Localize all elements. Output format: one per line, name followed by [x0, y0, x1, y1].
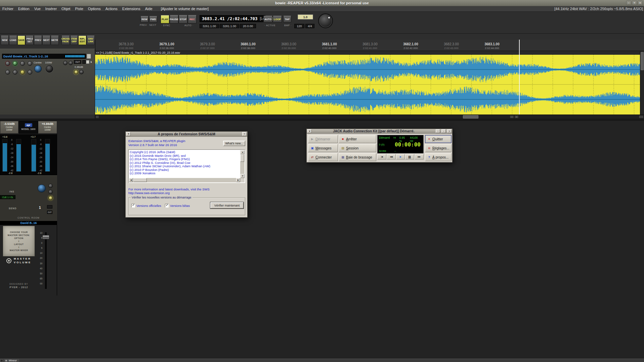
jack-start-button[interactable]: ▶ Démarrer: [308, 135, 338, 143]
jack-settings-button[interactable]: ⊕ Réglages...: [425, 144, 452, 152]
website-link[interactable]: http://www.sws-extension.org: [128, 191, 170, 195]
horizontal-scrollbar[interactable]: ◀ ▶: [129, 178, 240, 182]
menu-item[interactable]: Fichier: [0, 6, 16, 12]
item-grouping-button[interactable]: ITEM GRP: [70, 36, 78, 45]
redo-button[interactable]: NEXT: [42, 36, 50, 45]
credits-listbox[interactable]: Copyright (c) 2016 Jeffos (S&M)(c) 2015 …: [128, 149, 245, 183]
close-icon[interactable]: ×: [242, 132, 247, 136]
scroll-left-button[interactable]: [95, 115, 99, 119]
beta-versions-label[interactable]: Versions bêtas: [170, 204, 190, 208]
open-project-button[interactable]: LOAD: [9, 36, 17, 45]
output-button[interactable]: OUT: [74, 60, 81, 64]
window-titlebar[interactable]: bowie -REAPER v5.33/x64 -Licensed for pe…: [0, 0, 644, 6]
jack-transport-button[interactable]: ▶: [396, 154, 405, 160]
jack-session-button[interactable]: ▤ Session: [339, 144, 376, 152]
zoom-in-button[interactable]: +: [514, 115, 519, 119]
master-fader-track[interactable]: [45, 232, 47, 289]
monitor-pan-knob[interactable]: [38, 184, 46, 192]
time-signature-field[interactable]: 4/4: [305, 24, 314, 28]
track-name-row[interactable]: David Bowie_r1_Track 1-2..16: [2, 54, 86, 59]
maximize-icon[interactable]: ▫: [441, 129, 446, 133]
mute-button[interactable]: [63, 61, 68, 65]
menu-item[interactable]: Extensions: [120, 6, 143, 12]
menu-item[interactable]: Objet: [59, 6, 73, 12]
track-volume-readout[interactable]: 0.86dB: [75, 65, 83, 69]
beta-versions-checkbox[interactable]: ✓: [165, 204, 169, 208]
undo-button[interactable]: PREV: [34, 36, 42, 45]
play-button[interactable]: PLAY: [161, 15, 169, 24]
vertical-scrollbar[interactable]: ▲ ▼: [240, 150, 245, 178]
credit-entry[interactable]: (c) 2009 Xenakios: [130, 172, 240, 175]
mono-button[interactable]: [48, 190, 53, 194]
phase-button[interactable]: [82, 60, 86, 64]
menu-item[interactable]: Aide: [143, 6, 155, 12]
minimize-icon[interactable]: −: [626, 1, 631, 5]
solo-button[interactable]: [69, 61, 73, 65]
jack-messages-button[interactable]: ▣ Messages: [308, 144, 338, 152]
official-versions-label[interactable]: Versions officielles: [136, 204, 161, 208]
mixer-tab[interactable]: Mixeur: [4, 359, 19, 362]
playrate-field[interactable]: 1.0: [298, 14, 313, 19]
jack-transport-button[interactable]: ◀◀: [387, 154, 396, 160]
forward-button[interactable]: FWD: [149, 16, 157, 22]
whats-new-button[interactable]: What's new...: [223, 141, 245, 146]
jack-about-button[interactable]: ? À propos...: [425, 153, 452, 161]
docker-grid-icon[interactable]: [0, 359, 3, 362]
mixer-track-label[interactable]: David B..16: [0, 221, 57, 225]
menu-item[interactable]: Actions: [103, 6, 120, 12]
aux-knob[interactable]: [28, 70, 32, 75]
menu-item[interactable]: Piste: [73, 6, 85, 12]
talkback-button[interactable]: [79, 70, 84, 74]
menu-item[interactable]: Insérer: [43, 6, 59, 12]
timeline-ruler[interactable]: 3678.3.00 2:02:35.000 3679.1.00 2:02:36.…: [95, 40, 644, 51]
selection-end-field[interactable]: 3281.1.00: [220, 24, 239, 28]
automation-button[interactable]: AUTO: [263, 16, 272, 22]
verify-now-button[interactable]: Vérifier maintenant: [210, 202, 244, 209]
mute-square-button[interactable]: [47, 205, 52, 209]
rewind-button[interactable]: REW: [140, 16, 148, 22]
master-fader-thumb[interactable]: [42, 235, 49, 239]
save-project-button[interactable]: SAVE: [17, 36, 26, 45]
metronome-button[interactable]: METR: [51, 36, 59, 45]
scroll-right-icon[interactable]: ▶: [236, 178, 240, 182]
record-arm-knob[interactable]: [5, 61, 10, 66]
maximize-icon[interactable]: +: [632, 1, 637, 5]
scroll-up-icon[interactable]: ▲: [241, 150, 245, 154]
media-item-waveform[interactable]: [95, 55, 644, 115]
loop-button[interactable]: LOOP: [273, 16, 282, 22]
cue-send-knob[interactable]: [20, 70, 25, 75]
cue-enable-button[interactable]: [74, 70, 78, 74]
project-settings-button[interactable]: PROJ SET: [26, 36, 34, 45]
scroll-left-icon[interactable]: ◀: [129, 178, 133, 182]
credit-entry[interactable]: (c) 2014 Tim Payne (SWS), Fingers (FNG): [130, 157, 240, 161]
dialog-titlebar[interactable]: ▾ A propos de l'extension SWS/S&M ×: [126, 132, 247, 137]
record-button[interactable]: REC: [188, 15, 197, 24]
new-project-button[interactable]: NEW: [1, 36, 9, 45]
minimize-icon[interactable]: −: [436, 129, 440, 133]
close-icon[interactable]: ×: [447, 129, 452, 133]
stop-button[interactable]: STOP: [179, 15, 187, 24]
monitor-knob[interactable]: [13, 61, 17, 66]
fx-knob[interactable]: [20, 61, 25, 66]
strip-gain-readout[interactable]: +0.86dB: [38, 122, 57, 126]
close-icon[interactable]: ×: [638, 1, 643, 5]
hscroll-thumb[interactable]: [133, 178, 147, 182]
credit-entry[interactable]: (c) 2011 Shane StClair (Autorender), Ada…: [130, 165, 240, 168]
dim-button[interactable]: [48, 184, 53, 188]
shade-icon[interactable]: ▾: [307, 129, 312, 133]
jack-quit-button[interactable]: × Quitter: [425, 135, 452, 143]
credit-entry[interactable]: Copyright (c) 2016 Jeffos (S&M): [130, 150, 240, 154]
monitor-on-button[interactable]: [48, 196, 53, 200]
shade-icon[interactable]: ▾: [126, 132, 131, 136]
send-knob-2[interactable]: [13, 70, 17, 75]
vertical-scrollbar[interactable]: [640, 51, 644, 115]
horizontal-scrollbar[interactable]: − +: [95, 115, 644, 119]
jack-connect-button[interactable]: ⇄ Connecter: [308, 153, 338, 161]
pan-knob[interactable]: [34, 65, 42, 73]
jack-patchbay-button[interactable]: ▦ Baie de brassage: [339, 153, 376, 161]
scroll-down-icon[interactable]: ▼: [241, 174, 245, 178]
scrollbar-corner-button[interactable]: [639, 115, 644, 119]
cut-button[interactable]: CUT: [47, 211, 52, 214]
crossfade-toggle-button[interactable]: CROSS FADE: [61, 36, 70, 45]
menu-item[interactable]: Vue: [32, 6, 43, 12]
